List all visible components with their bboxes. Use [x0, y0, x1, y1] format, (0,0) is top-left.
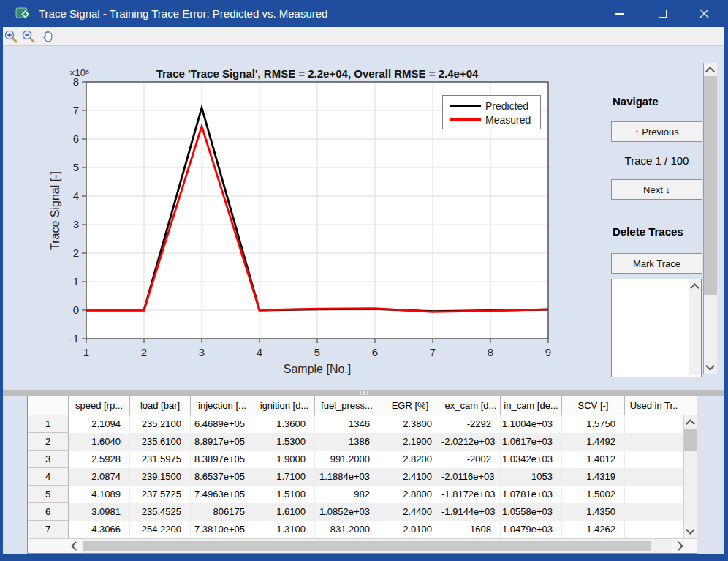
- table-cell[interactable]: 2.8200: [379, 451, 441, 468]
- table-cell[interactable]: 1.0479e+03: [501, 521, 562, 538]
- table-cell[interactable]: 1.5750: [562, 415, 625, 433]
- table-cell[interactable]: 1.4492: [562, 433, 625, 451]
- table-cell[interactable]: 235.6100: [130, 433, 191, 451]
- table-cell[interactable]: [625, 486, 683, 503]
- table-cell[interactable]: 239.1500: [130, 468, 191, 486]
- table-cell[interactable]: [625, 451, 683, 468]
- row-number-cell[interactable]: 3: [28, 451, 69, 468]
- table-cell[interactable]: 1.7100: [254, 468, 315, 486]
- table-horizontal-scrollbar[interactable]: [28, 538, 697, 553]
- table-cell[interactable]: 1.0342e+03: [501, 451, 562, 468]
- table-cell[interactable]: 1.5300: [254, 433, 315, 451]
- table-cell[interactable]: 2.1900: [379, 433, 441, 451]
- scroll-left-button[interactable]: [69, 539, 82, 553]
- table-cell[interactable]: 2.5928: [69, 451, 130, 468]
- table-cell[interactable]: -1.8172e+03: [441, 486, 501, 503]
- table-cell[interactable]: 1.5100: [254, 486, 315, 503]
- row-number-cell[interactable]: 6: [28, 503, 69, 521]
- zoom-out-button[interactable]: [21, 29, 36, 44]
- table-cell[interactable]: [625, 468, 683, 486]
- table-cell[interactable]: 1346: [315, 415, 379, 433]
- row-number-cell[interactable]: 2: [28, 433, 69, 451]
- table-cell[interactable]: 254.2200: [130, 521, 191, 538]
- scroll-down-icon[interactable]: [705, 361, 715, 371]
- table-cell[interactable]: -1608: [441, 521, 501, 538]
- scroll-right-button[interactable]: [672, 539, 685, 553]
- table-cell[interactable]: 1.0852e+03: [315, 503, 379, 521]
- table-cell[interactable]: 982: [315, 486, 379, 503]
- row-number-cell[interactable]: 4: [28, 468, 69, 486]
- table-cell[interactable]: 1.4262: [562, 521, 625, 538]
- scrollbar-track[interactable]: [82, 539, 672, 553]
- zoom-in-button[interactable]: [4, 29, 18, 44]
- table-vertical-scrollbar[interactable]: [683, 415, 697, 538]
- table-cell[interactable]: 231.5975: [130, 451, 191, 468]
- table-cell[interactable]: 8.6537e+05: [191, 468, 254, 486]
- table-cell[interactable]: 2.3800: [379, 415, 441, 433]
- table-cell[interactable]: 831.2000: [315, 521, 379, 538]
- table-cell[interactable]: 991.2000: [315, 451, 379, 468]
- table-cell[interactable]: 1.4319: [562, 468, 625, 486]
- table-cell[interactable]: [625, 433, 683, 451]
- table-cell[interactable]: 1.4350: [562, 503, 625, 521]
- table-cell[interactable]: 1386: [315, 433, 379, 451]
- scroll-down-icon[interactable]: [686, 525, 695, 535]
- table-cell[interactable]: [625, 415, 683, 433]
- table-cell[interactable]: 2.0100: [379, 521, 441, 538]
- marked-traces-listbox[interactable]: [611, 279, 702, 377]
- pan-button[interactable]: [41, 29, 56, 44]
- listbox-scrollbar[interactable]: [689, 279, 701, 375]
- row-number-cell[interactable]: 5: [28, 486, 69, 503]
- close-button[interactable]: [693, 0, 715, 27]
- table-cell[interactable]: 2.1094: [69, 415, 130, 433]
- previous-trace-button[interactable]: ↑ Previous: [611, 121, 702, 142]
- mark-trace-button[interactable]: Mark Trace: [611, 253, 702, 274]
- table-cell[interactable]: 1.0781e+03: [501, 486, 562, 503]
- scrollbar-thumb[interactable]: [83, 541, 651, 551]
- table-cell[interactable]: 8.3897e+05: [191, 451, 254, 468]
- next-trace-button[interactable]: Next ↓: [611, 179, 702, 200]
- table-cell[interactable]: 7.3810e+05: [191, 521, 254, 538]
- table-cell[interactable]: 235.2100: [130, 415, 191, 433]
- table-cell[interactable]: 1.5002: [562, 486, 625, 503]
- table-cell[interactable]: 1.6040: [69, 433, 130, 451]
- table-cell[interactable]: 235.4525: [130, 503, 191, 521]
- scroll-up-icon[interactable]: [686, 419, 695, 429]
- table-cell[interactable]: 1.9000: [254, 451, 315, 468]
- table-cell[interactable]: 2.4100: [379, 468, 441, 486]
- table-cell[interactable]: -2292: [441, 415, 501, 433]
- table-cell[interactable]: 4.3066: [69, 521, 130, 538]
- horizontal-splitter[interactable]: [0, 390, 728, 396]
- table-cell[interactable]: 1053: [501, 468, 562, 486]
- scroll-up-icon[interactable]: [705, 67, 715, 76]
- table-cell[interactable]: 806175: [191, 503, 254, 521]
- table-cell[interactable]: [625, 521, 683, 538]
- table-cell[interactable]: 2.4400: [379, 503, 441, 521]
- table-cell[interactable]: 6.4689e+05: [191, 415, 254, 433]
- table-cell[interactable]: -2.0116e+03: [441, 468, 501, 486]
- panel-vertical-scrollbar[interactable]: [703, 63, 717, 374]
- app-icon[interactable]: [15, 6, 31, 21]
- maximize-button[interactable]: [651, 0, 673, 27]
- table-cell[interactable]: 3.0981: [69, 503, 130, 521]
- row-number-cell[interactable]: 7: [28, 521, 69, 538]
- table-cell[interactable]: 1.6100: [254, 503, 315, 521]
- table-cell[interactable]: -2.0212e+03: [441, 433, 501, 451]
- row-number-cell[interactable]: 1: [28, 415, 69, 433]
- table-cell[interactable]: 1.0558e+03: [501, 503, 562, 521]
- table-cell[interactable]: 1.4012: [562, 451, 625, 468]
- table-cell[interactable]: -2002: [441, 451, 501, 468]
- table-cell[interactable]: [625, 503, 683, 521]
- table-cell[interactable]: 2.8800: [379, 486, 441, 503]
- minimize-button[interactable]: [609, 0, 631, 27]
- table-cell[interactable]: 1.1004e+03: [501, 415, 562, 433]
- scrollbar-thumb[interactable]: [704, 76, 717, 295]
- table-cell[interactable]: 1.0617e+03: [501, 433, 562, 451]
- table-cell[interactable]: 237.5725: [130, 486, 191, 503]
- table-cell[interactable]: 1.1884e+03: [315, 468, 379, 486]
- scrollbar-thumb[interactable]: [684, 429, 697, 451]
- table-cell[interactable]: 1.3600: [254, 415, 315, 433]
- table-cell[interactable]: 8.8917e+05: [191, 433, 254, 451]
- table-cell[interactable]: -1.9144e+03: [441, 503, 501, 521]
- table-cell[interactable]: 2.0874: [69, 468, 130, 486]
